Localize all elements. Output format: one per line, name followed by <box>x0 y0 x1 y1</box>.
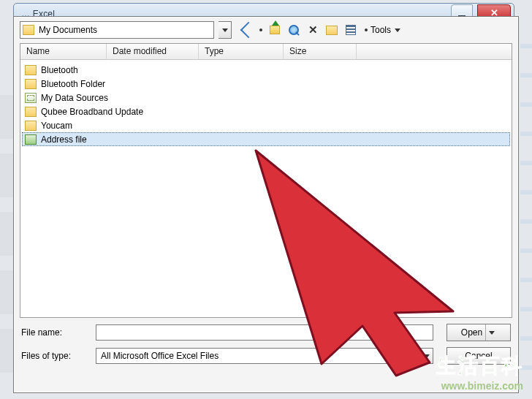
open-button-label: Open <box>461 327 482 338</box>
location-label: My Documents <box>39 25 97 35</box>
background-window-right <box>520 44 532 395</box>
dialog-toolbar: My Documents ✕ <box>20 21 512 39</box>
folder-icon <box>25 121 37 131</box>
file-type-dropdown-arrow[interactable] <box>420 348 433 364</box>
views-button[interactable] <box>343 22 359 38</box>
new-folder-icon <box>326 26 338 35</box>
new-folder-button[interactable] <box>324 22 340 38</box>
open-button[interactable]: Open <box>446 324 511 341</box>
file-row[interactable]: My Data Sources <box>22 91 510 104</box>
file-row[interactable]: Bluetooth Folder <box>22 77 510 91</box>
folder-icon <box>25 107 37 117</box>
watermark-url: www.bimeiz.com <box>436 380 523 392</box>
separator-icon <box>259 28 262 31</box>
back-icon <box>240 22 257 39</box>
delete-icon: ✕ <box>308 23 318 37</box>
folder-icon <box>25 65 37 75</box>
folder-up-icon <box>270 26 280 34</box>
background-window-left <box>0 95 13 387</box>
open-file-dialog: My Documents ✕ <box>13 16 519 393</box>
search-button[interactable] <box>286 22 302 38</box>
chevron-down-icon <box>222 28 228 32</box>
file-name: Address file <box>41 134 87 145</box>
file-name: Bluetooth <box>41 65 78 75</box>
file-list[interactable]: Name Date modified Type Size BluetoothBl… <box>20 43 512 318</box>
up-one-level-button[interactable] <box>267 22 283 38</box>
tools-menu[interactable]: Tools <box>365 25 400 35</box>
file-name-label: File name: <box>21 327 88 338</box>
back-button[interactable] <box>240 22 256 38</box>
col-name[interactable]: Name <box>20 44 107 59</box>
watermark-cn: 生活百科 <box>436 352 523 380</box>
folder-icon <box>23 25 34 35</box>
chevron-down-icon <box>395 28 400 32</box>
file-row[interactable]: Address file <box>22 132 510 146</box>
col-size[interactable]: Size <box>284 44 357 59</box>
file-name: Bluetooth Folder <box>41 79 105 89</box>
file-row[interactable]: Qubee Broadband Update <box>22 104 510 118</box>
col-type[interactable]: Type <box>199 44 284 59</box>
chevron-down-icon <box>424 354 430 358</box>
watermark: 生活百科 www.bimeiz.com <box>436 352 523 392</box>
views-icon <box>346 25 356 35</box>
column-headers[interactable]: Name Date modified Type Size <box>20 44 512 60</box>
file-type-label: Files of type: <box>21 351 88 361</box>
chevron-down-icon <box>489 331 495 335</box>
tools-label: Tools <box>370 25 391 35</box>
file-name-input[interactable] <box>96 324 433 341</box>
location-dropdown-arrow[interactable] <box>218 21 232 39</box>
file-row[interactable]: Bluetooth <box>22 63 510 77</box>
file-name: Youcam <box>41 121 72 131</box>
bullet-icon <box>365 28 368 31</box>
file-row[interactable]: Youcam <box>22 118 510 132</box>
folder-icon <box>25 79 37 89</box>
file-name-row: File name: Open <box>20 324 512 341</box>
search-icon <box>289 25 299 35</box>
file-name: Qubee Broadband Update <box>41 107 143 117</box>
delete-button[interactable]: ✕ <box>305 22 321 38</box>
col-date[interactable]: Date modified <box>107 44 199 59</box>
file-type-dropdown[interactable]: All Microsoft Office Excel Files <box>96 348 420 364</box>
excel-file-icon <box>25 134 37 145</box>
data-source-icon <box>25 93 37 103</box>
location-dropdown[interactable]: My Documents <box>20 21 214 39</box>
file-name: My Data Sources <box>41 93 108 103</box>
